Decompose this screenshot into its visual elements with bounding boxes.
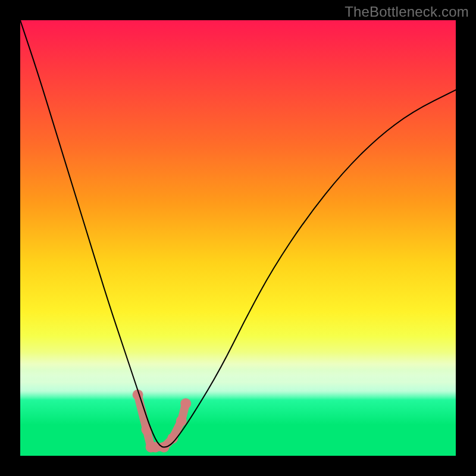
watermark-text: TheBottleneck.com (345, 4, 469, 20)
chart-svg (20, 20, 456, 456)
chart-stage: TheBottleneck.com (0, 0, 476, 476)
valley-dot (180, 398, 191, 409)
plot-area (20, 20, 456, 456)
bottleneck-curve-path (20, 20, 456, 447)
valley-dot (176, 415, 187, 426)
